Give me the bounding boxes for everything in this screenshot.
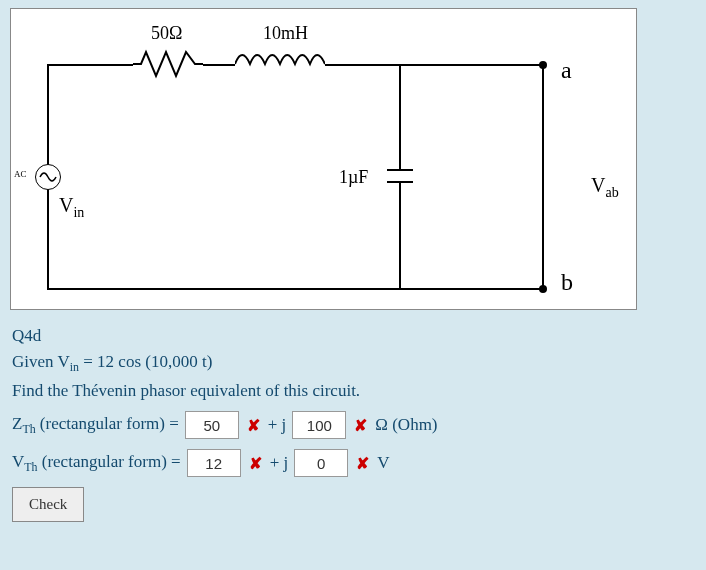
v-real-input[interactable] (187, 449, 241, 477)
inductor-label: 10mH (263, 23, 308, 44)
node-a-label: a (561, 57, 572, 84)
z-imag-input[interactable] (292, 411, 346, 439)
circuit-diagram: AC 50Ω 10mH 1µF Vin a b Vab (10, 8, 637, 310)
v-unit: V (377, 453, 389, 473)
task: Find the Thévenin phasor equivalent of t… (12, 381, 694, 401)
node-b-label: b (561, 269, 573, 296)
plus-j: + j (270, 453, 289, 473)
question-id: Q4d (12, 326, 694, 346)
inductor (235, 52, 325, 76)
wrong-icon: ✘ (356, 454, 369, 473)
z-real-input[interactable] (185, 411, 239, 439)
ac-source (35, 164, 61, 190)
node-b-dot (539, 285, 547, 293)
vin-label: Vin (59, 194, 84, 221)
v-th-row: VTh (rectangular form) = ✘ + j ✘ V (12, 449, 694, 477)
wrong-icon: ✘ (249, 454, 262, 473)
v-imag-input[interactable] (294, 449, 348, 477)
wrong-icon: ✘ (247, 416, 260, 435)
v-th-label: VTh (rectangular form) = (12, 452, 181, 475)
plus-j: + j (268, 415, 287, 435)
z-th-row: ZTh (rectangular form) = ✘ + j ✘ Ω (Ohm) (12, 411, 694, 439)
z-th-label: ZTh (rectangular form) = (12, 414, 179, 437)
node-a-dot (539, 61, 547, 69)
ac-label: AC (14, 169, 27, 179)
check-button[interactable]: Check (12, 487, 84, 522)
capacitor-label: 1µF (339, 167, 368, 188)
wrong-icon: ✘ (354, 416, 367, 435)
resistor-label: 50Ω (151, 23, 182, 44)
given: Given Vin = 12 cos (10,000 t) (12, 352, 694, 375)
z-unit: Ω (Ohm) (375, 415, 437, 435)
resistor (133, 49, 203, 79)
vab-label: Vab (591, 174, 619, 201)
